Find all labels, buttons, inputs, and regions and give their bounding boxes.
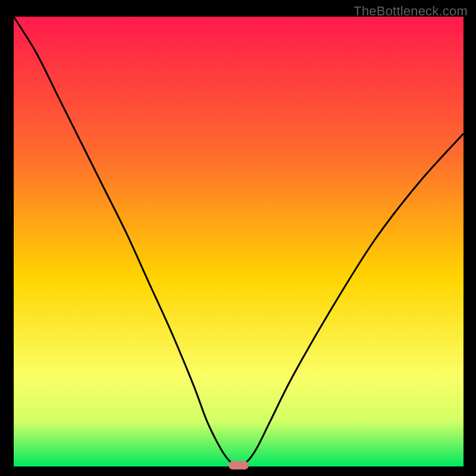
chart-frame: TheBottleneck.com	[0, 0, 476, 476]
optimum-marker	[228, 461, 249, 469]
plot-svg	[14, 17, 464, 466]
plot-area	[14, 17, 464, 466]
gradient-background	[14, 17, 464, 466]
watermark-label: TheBottleneck.com	[353, 4, 468, 19]
